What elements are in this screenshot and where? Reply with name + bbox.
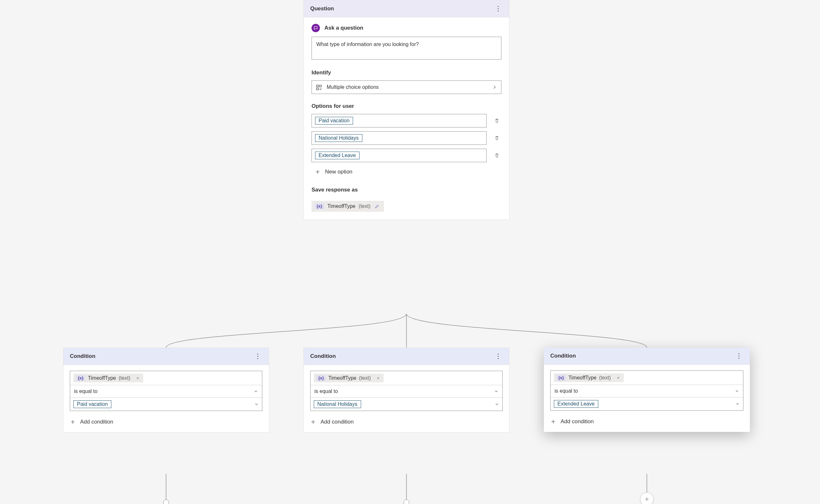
condition-more-button[interactable] [494,352,503,361]
condition-header-title: Condition [310,353,336,359]
svg-point-9 [257,353,258,354]
option-row: National Holidays [312,131,501,145]
chevron-down-icon [494,389,499,394]
condition-card-header: Condition [63,348,269,365]
condition-value-chip: National Holidays [314,400,361,408]
connector-node[interactable] [163,499,169,504]
option-input[interactable]: Extended Leave [312,149,487,162]
variable-type: (text) [119,375,130,381]
condition-value-select[interactable]: Paid vacation [70,398,262,411]
new-option-label: New option [325,169,352,175]
close-icon [376,376,380,380]
plus-icon [315,169,321,175]
question-card: Question Ask a question Identify Multipl… [303,0,509,220]
pencil-icon [375,204,380,209]
option-chip[interactable]: Extended Leave [315,152,359,159]
identify-value: Multiple choice options [327,84,379,90]
condition-operator-value: is equal to [74,388,98,394]
save-response-label: Save response as [312,187,501,193]
condition-header-title: Condition [550,353,576,359]
identify-select[interactable]: Multiple choice options [312,80,501,94]
plus-icon [550,419,556,425]
clear-variable-button[interactable] [135,375,141,381]
add-condition-label: Add condition [321,419,354,425]
option-row: Paid vacation [312,114,501,127]
plus-icon [70,419,76,425]
question-header-title: Question [310,5,334,12]
svg-point-11 [257,358,258,359]
svg-rect-8 [317,88,319,90]
condition-value-chip: Paid vacation [73,400,111,408]
clear-variable-button[interactable] [615,375,621,381]
identify-label: Identify [312,70,501,76]
condition-value-chip: Extended Leave [554,400,598,408]
svg-point-10 [257,356,258,357]
delete-option-button[interactable] [492,134,501,143]
chevron-down-icon [254,402,259,406]
ask-question-label: Ask a question [324,25,363,31]
connector-node[interactable] [404,499,409,504]
condition-operator-select[interactable]: is equal to [311,385,502,398]
condition-operator-value: is equal to [554,388,578,394]
more-vertical-icon [257,353,258,359]
add-condition-button[interactable]: Add condition [310,419,503,425]
edit-variable-button[interactable] [374,203,381,210]
options-grid-icon [316,84,322,90]
condition-more-button[interactable] [734,351,743,360]
add-condition-label: Add condition [80,419,113,425]
add-condition-button[interactable]: Add condition [550,418,743,425]
svg-rect-7 [320,85,321,87]
option-chip[interactable]: National Holidays [315,134,362,142]
variable-chip[interactable]: {x} TimeoffType (text) [312,201,384,212]
question-more-button[interactable] [494,4,503,13]
condition-operator-value: is equal to [314,388,338,394]
svg-point-4 [498,8,499,9]
more-vertical-icon [498,6,499,12]
question-card-header: Question [304,0,509,17]
new-option-button[interactable]: New option [312,166,501,178]
svg-point-17 [738,358,739,359]
svg-point-16 [738,355,739,356]
variable-badge-icon: {x} [315,203,324,209]
chat-bubble-icon [312,24,320,32]
condition-variable-field[interactable]: {x} TimeoffType (text) [70,371,262,385]
svg-point-15 [738,353,739,354]
condition-variable-field[interactable]: {x} TimeoffType (text) [551,371,743,385]
condition-operator-select[interactable]: is equal to [551,385,743,397]
condition-operator-select[interactable]: is equal to [70,385,262,398]
question-prompt-input[interactable] [312,37,501,60]
chevron-down-icon [735,389,739,393]
add-condition-button[interactable]: Add condition [70,419,262,425]
add-node-button[interactable] [640,492,654,504]
condition-header-title: Condition [70,353,95,359]
condition-value-select[interactable]: Extended Leave [551,397,743,410]
variable-name: TimeoffType [568,375,596,381]
condition-value-select[interactable]: National Holidays [311,398,502,411]
option-chip[interactable]: Paid vacation [315,117,353,125]
variable-type: (text) [359,203,370,209]
svg-point-3 [498,6,499,7]
condition-card: Condition {x} TimeoffType (text) [303,348,509,433]
option-input[interactable]: Paid vacation [312,114,487,127]
plus-icon [644,496,650,502]
condition-variable-field[interactable]: {x} TimeoffType (text) [311,371,502,385]
add-condition-label: Add condition [561,418,594,425]
clear-variable-button[interactable] [375,375,381,381]
condition-card-header: Condition [304,348,509,365]
trash-icon [494,135,500,141]
delete-option-button[interactable] [492,116,501,125]
svg-rect-6 [317,85,319,87]
chevron-down-icon [495,402,499,406]
close-icon [136,376,140,380]
variable-badge-icon: {x} [556,375,566,381]
variable-name: TimeoffType [328,375,356,381]
variable-name: TimeoffType [88,375,116,381]
variable-badge-icon: {x} [76,375,85,381]
chevron-down-icon [254,389,258,394]
delete-option-button[interactable] [492,151,501,160]
option-input[interactable]: National Holidays [312,131,487,145]
condition-more-button[interactable] [253,352,262,361]
options-label: Options for user [312,103,501,109]
chevron-down-icon [735,402,740,406]
variable-badge-icon: {x} [316,375,326,381]
